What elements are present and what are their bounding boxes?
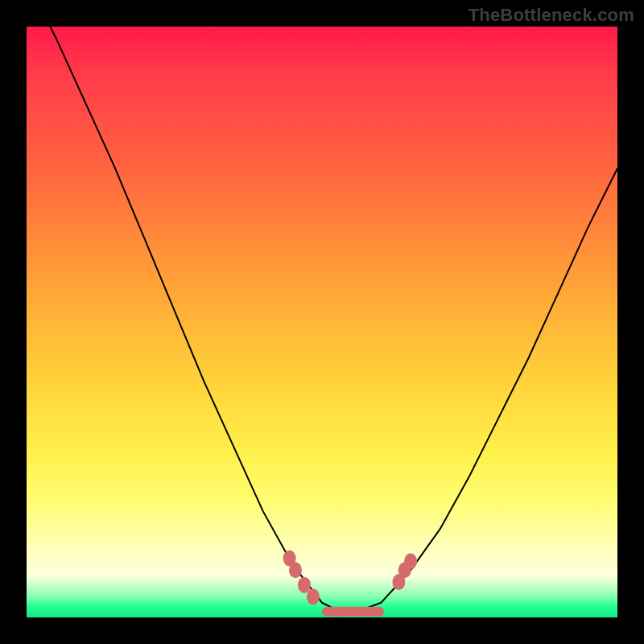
curve-marker [404,553,417,569]
plot-area [27,27,617,617]
curve-layer [27,27,617,617]
curve-marker [289,562,302,578]
curve-flat-markers [322,607,384,617]
chart-frame: TheBottleneck.com [0,0,644,644]
flat-marker [322,607,384,617]
curve-marker [307,588,320,605]
bottleneck-curve [27,0,617,612]
curve-marker [298,577,311,593]
curve-markers [283,551,417,605]
watermark-text: TheBottleneck.com [469,5,634,26]
